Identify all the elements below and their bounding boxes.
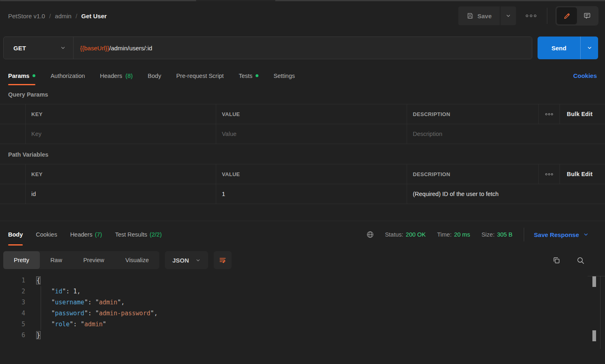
tab-headers[interactable]: Headers (8) [100,66,133,85]
view-preview[interactable]: Preview [73,251,115,269]
save-response-button[interactable]: Save Response [534,231,589,238]
tab-settings[interactable]: Settings [273,66,295,85]
url-input[interactable]: {{baseUrl}}/admin/users/:id [74,37,532,59]
code-text: "role": "admin" [37,319,106,330]
code-line: 5 "role": "admin" [0,319,605,330]
more-options-button[interactable] [523,6,539,25]
tests-modified-dot [256,74,258,77]
line-number: 5 [0,319,25,330]
tab-params[interactable]: Params [8,66,35,85]
time-value: 20 ms [454,231,470,238]
path-variables-table: KEY VALUE DESCRIPTION Bulk Edit id 1 (Re… [0,164,605,204]
send-group: Send [538,37,598,59]
value-input[interactable]: Value [216,124,407,144]
time-pair: Time: 20 ms [437,231,470,238]
code-line: 4 "password": "admin-password", [0,308,605,319]
search-button[interactable] [576,256,585,265]
scrollbar-thumb[interactable] [592,276,596,287]
query-params-empty-row: Key Value Description [0,124,605,144]
key-input[interactable]: Key [25,124,216,144]
code-line: 6} [0,330,605,341]
description-input[interactable]: (Required) ID of the user to fetch [407,184,605,204]
tab-prerequest-script[interactable]: Pre-request Script [176,66,224,85]
edit-comment-group [555,6,598,26]
more-options-icon [526,15,528,17]
line-number: 2 [0,286,25,297]
view-raw[interactable]: Raw [40,251,73,269]
code-line: 3 "username": "admin", [0,297,605,308]
response-tab-test-results[interactable]: Test Results (2/2) [115,221,162,248]
bulk-edit-button[interactable]: Bulk Edit [559,104,605,124]
select-column [0,164,25,184]
value-input[interactable]: 1 [216,184,407,204]
code-text: "id": 1, [37,286,80,297]
save-button[interactable]: Save [458,6,500,25]
size-label: Size: [481,231,494,238]
breadcrumb-request-name: Get User [81,13,107,19]
request-url-row: GET {{baseUrl}}/admin/users/:id Send [0,37,605,59]
response-tab-cookies[interactable]: Cookies [36,221,57,248]
tab-tests[interactable]: Tests [239,66,259,85]
code-line: 1{ [0,275,605,286]
code-text: { [37,275,40,286]
columns-options-button[interactable] [538,104,559,124]
globe-icon[interactable] [366,230,374,239]
header-actions: Save [458,6,598,26]
scrollbar-thumb[interactable] [592,330,596,341]
request-tabs: Params Authorization Headers (8) Body Pr… [0,66,605,85]
view-visualize[interactable]: Visualize [115,251,159,269]
tab-headers-count: (8) [126,73,133,79]
bulk-edit-button[interactable]: Bulk Edit [559,164,605,184]
response-body-toolbar: Pretty Raw Preview Visualize JSON [0,251,605,269]
copy-button[interactable] [552,256,561,265]
wrap-text-button[interactable] [214,251,232,269]
code-text: "username": "admin", [37,297,125,308]
columns-options-button[interactable] [538,164,559,184]
cookies-link[interactable]: Cookies [573,72,597,79]
tab-tests-label: Tests [239,73,253,79]
breadcrumb-separator: / [76,13,77,19]
method-selector[interactable]: GET [4,37,74,59]
format-selector[interactable]: JSON [165,251,208,269]
save-options-button[interactable] [501,6,516,25]
column-description: DESCRIPTION [407,164,538,184]
breadcrumb-folder[interactable]: admin [55,13,72,19]
scrollbar-edge [588,276,605,276]
column-key: KEY [25,104,216,124]
response-body-viewer: 1{2 "id": 1,3 "username": "admin",4 "pas… [0,275,605,364]
description-input[interactable]: Description [407,124,605,144]
response-meta: Status: 200 OK Time: 20 ms Size: 305 B S… [366,228,597,241]
comment-icon [583,12,591,20]
chevron-down-icon [195,258,201,263]
response-tab-headers[interactable]: Headers (7) [70,221,102,248]
chevron-down-icon [583,232,589,237]
view-pretty[interactable]: Pretty [3,251,40,269]
breadcrumb-collection[interactable]: PetStore v1.0 [8,13,45,19]
select-column [0,104,25,124]
save-response-label: Save Response [534,231,579,238]
comment-button[interactable] [577,7,597,24]
format-label: JSON [172,257,189,264]
column-description: DESCRIPTION [407,104,538,124]
breadcrumb-separator: / [49,13,51,19]
response-panel: Body Cookies Headers (7) Test Results (2… [0,221,605,364]
wrap-text-icon [219,256,227,264]
code-text: } [37,330,40,341]
tab-edge-right [275,0,605,1]
line-number: 3 [0,297,25,308]
send-options-button[interactable] [580,37,598,59]
key-input[interactable]: id [25,184,216,204]
response-tab-headers-label: Headers [70,231,93,238]
status-label: Status: [385,231,403,238]
breadcrumb: PetStore v1.0 / admin / Get User [8,13,107,19]
send-button[interactable]: Send [538,37,580,59]
edit-request-button[interactable] [557,7,577,24]
response-tab-body[interactable]: Body [8,221,23,248]
tab-authorization[interactable]: Authorization [50,66,85,85]
url-path: /admin/users/:id [109,45,152,52]
response-tab-cookies-label: Cookies [36,231,57,238]
tab-body[interactable]: Body [148,66,161,85]
line-number: 1 [0,275,25,286]
code-text: "password": "admin-password", [37,308,158,319]
params-modified-dot [33,74,35,77]
